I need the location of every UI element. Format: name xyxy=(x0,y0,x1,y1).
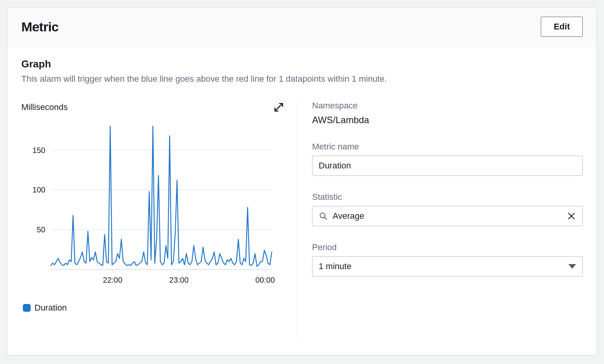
chart-legend: Duration xyxy=(23,303,285,313)
chart-container: 5010015022:0023:0000:00 xyxy=(24,118,276,289)
expand-chart-button[interactable] xyxy=(273,101,285,113)
chart-top-bar: Milliseconds xyxy=(21,101,285,113)
metric-name-input-wrap xyxy=(312,156,583,176)
statistic-label: Statistic xyxy=(312,192,583,202)
clear-statistic-button[interactable] xyxy=(567,211,576,221)
chart-column: Milliseconds 5010015022:0023:0000:00 Dur… xyxy=(21,101,297,341)
close-icon xyxy=(567,212,576,220)
svg-text:23:00: 23:00 xyxy=(169,276,189,284)
metric-name-label: Metric name xyxy=(312,142,583,152)
expand-icon xyxy=(274,102,284,112)
metric-name-input[interactable] xyxy=(319,161,576,171)
metric-panel: Metric Edit Graph This alarm will trigge… xyxy=(7,7,597,355)
statistic-field: Statistic xyxy=(312,192,583,226)
statistic-combobox[interactable] xyxy=(312,206,583,226)
metric-name-field: Metric name xyxy=(312,142,583,176)
svg-text:50: 50 xyxy=(37,225,45,234)
legend-swatch-duration xyxy=(23,304,31,312)
panel-body: Graph This alarm will trigger when the b… xyxy=(7,46,597,355)
legend-label-duration: Duration xyxy=(35,303,67,313)
period-select[interactable]: 1 minute xyxy=(312,256,583,276)
period-label: Period xyxy=(312,242,583,252)
svg-text:22:00: 22:00 xyxy=(103,276,123,284)
svg-text:100: 100 xyxy=(33,185,45,194)
content-columns: Milliseconds 5010015022:0023:0000:00 Dur… xyxy=(21,101,583,341)
namespace-field: Namespace AWS/Lambda xyxy=(312,101,583,125)
panel-header: Metric Edit xyxy=(7,7,597,46)
duration-line-chart: 5010015022:0023:0000:00 xyxy=(24,118,276,289)
namespace-value: AWS/Lambda xyxy=(312,115,583,125)
svg-line-14 xyxy=(324,217,327,220)
edit-button[interactable]: Edit xyxy=(541,17,583,37)
search-icon xyxy=(319,211,328,221)
namespace-label: Namespace xyxy=(312,101,583,111)
details-column: Namespace AWS/Lambda Metric name Statist… xyxy=(308,101,583,341)
svg-text:150: 150 xyxy=(33,146,45,155)
y-axis-unit-label: Milliseconds xyxy=(21,102,68,112)
period-value: 1 minute xyxy=(319,261,568,271)
chevron-down-icon xyxy=(568,264,576,269)
graph-description: This alarm will trigger when the blue li… xyxy=(21,72,583,85)
svg-text:00:00: 00:00 xyxy=(255,276,275,284)
period-field: Period 1 minute xyxy=(312,242,583,276)
panel-title: Metric xyxy=(21,19,59,34)
statistic-input[interactable] xyxy=(333,211,562,221)
graph-section-title: Graph xyxy=(21,58,583,70)
